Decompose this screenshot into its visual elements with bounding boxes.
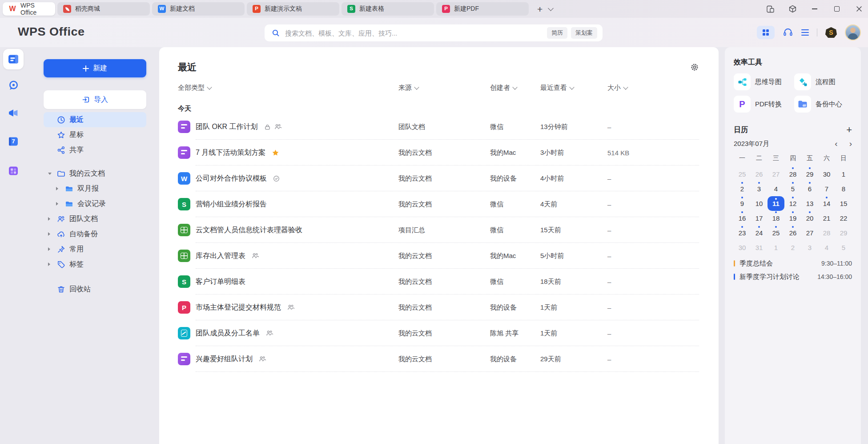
caret-right-icon[interactable] (48, 232, 50, 236)
calendar-day-cell[interactable]: 7 (818, 182, 835, 196)
calendar-day-cell[interactable]: 31 (751, 240, 768, 255)
rail-meeting-button[interactable] (3, 103, 24, 123)
svip-badge[interactable]: S (825, 27, 837, 38)
calendar-day-cell[interactable]: 26 (751, 167, 768, 182)
calendar-day-cell[interactable]: 30 (734, 240, 751, 255)
caret-down-icon[interactable] (48, 173, 52, 175)
caret-right-icon[interactable] (56, 187, 58, 190)
file-row[interactable]: W 公司对外合作协议模板 我的云文档 我的设备 4小时前 – (178, 165, 699, 191)
calendar-day-cell[interactable]: 18 (768, 211, 784, 226)
calendar-day-cell[interactable]: 12 (784, 196, 801, 211)
tool-mindmap[interactable]: 思维导图 (734, 73, 792, 90)
rail-documents-button[interactable] (3, 49, 24, 69)
calendar-prev-button[interactable]: ‹ (835, 139, 837, 149)
calendar-day-cell[interactable]: 21 (818, 211, 835, 226)
sidebar-item-team-docs[interactable]: 团队文档 (44, 211, 146, 226)
calendar-day-cell[interactable]: 23 (734, 226, 751, 240)
rail-chat-button[interactable] (3, 75, 24, 96)
sidebar-item-recent[interactable]: 最近 (44, 112, 146, 127)
caret-right-icon[interactable] (48, 247, 50, 251)
close-button[interactable] (855, 4, 864, 13)
file-row[interactable]: P 市场主体登记提交材料规范 我的云文档 我的设备 1天前 – (178, 295, 699, 320)
rail-calendar-button[interactable]: 7 (3, 131, 24, 152)
workspace-switch-button[interactable] (788, 4, 797, 13)
filter-last-viewed[interactable]: 最近查看 (540, 84, 607, 92)
filter-creator[interactable]: 创建者 (490, 84, 540, 92)
maximize-button[interactable] (832, 4, 841, 13)
tool-pdf-convert[interactable]: P PDF转换 (734, 96, 792, 113)
calendar-day-cell[interactable]: 4 (818, 240, 835, 255)
calendar-day-cell[interactable]: 6 (801, 182, 818, 196)
file-row[interactable]: 库存出入管理表 我的云文档 我的Mac 5小时前 – (178, 243, 699, 269)
calendar-day-cell[interactable]: 10 (751, 196, 768, 211)
app-tab[interactable]: 稻壳商城 (57, 2, 150, 16)
sidebar-item-auto-backup[interactable]: 自动备份 (44, 226, 146, 242)
search-input[interactable] (284, 29, 543, 37)
tool-flowchart[interactable]: 流程图 (794, 73, 852, 90)
calendar-event[interactable]: 季度总结会 9:30–11:00 (734, 257, 852, 270)
calendar-day-cell[interactable]: 1 (835, 167, 852, 182)
sidebar-item-shared[interactable]: 共享 (44, 142, 146, 157)
calendar-next-button[interactable]: › (849, 139, 852, 149)
app-tab[interactable]: W WPS Office (3, 2, 55, 16)
search-tag-resume[interactable]: 简历 (547, 27, 567, 39)
calendar-day-cell[interactable]: 1 (768, 240, 784, 255)
app-tab[interactable]: P 新建PDF (436, 2, 529, 16)
file-row[interactable]: 云文档管人员信息统计表理器验收 项目汇总 微信 15天前 – (178, 217, 699, 243)
calendar-day-cell[interactable]: 27 (801, 226, 818, 240)
sidebar-item-starred[interactable]: 星标 (44, 127, 146, 142)
calendar-day-cell[interactable]: 28 (784, 167, 801, 182)
main-menu-icon[interactable] (801, 29, 809, 36)
calendar-day-cell[interactable]: 14 (818, 196, 835, 211)
list-settings-gear-icon[interactable] (690, 63, 699, 72)
caret-right-icon[interactable] (48, 262, 50, 266)
import-button[interactable]: 导入 (44, 90, 146, 109)
calendar-day-cell[interactable]: 3 (751, 182, 768, 196)
tool-backup-center[interactable]: 备份中心 (794, 96, 852, 113)
sidebar-item-my-cloud-docs[interactable]: 我的云文档 (44, 166, 146, 181)
calendar-day-cell[interactable]: 25 (768, 226, 784, 240)
new-tab-button[interactable]: + (537, 4, 542, 14)
tab-list-dropdown-icon[interactable] (548, 5, 554, 11)
calendar-day-cell[interactable]: 2 (734, 182, 751, 196)
calendar-day-cell[interactable]: 16 (734, 211, 751, 226)
file-row[interactable]: 7 月线下活动策划方案 我的云文档 我的Mac 3小时前 514 KB (178, 140, 699, 165)
support-headset-icon[interactable] (783, 27, 793, 38)
calendar-day-cell[interactable]: 13 (801, 196, 818, 211)
apps-grid-button[interactable] (757, 26, 775, 39)
search-tag-plan[interactable]: 策划案 (571, 27, 597, 39)
calendar-day-cell[interactable]: 19 (784, 211, 801, 226)
calendar-day-cell[interactable]: 20 (801, 211, 818, 226)
caret-right-icon[interactable] (56, 202, 58, 206)
calendar-day-cell[interactable]: 15 (835, 196, 852, 211)
sidebar-item-frequent[interactable]: 常用 (44, 242, 146, 257)
calendar-day-cell[interactable]: 30 (818, 167, 835, 182)
calendar-day-cell[interactable]: 29 (801, 167, 818, 182)
filter-all-types[interactable]: 全部类型 (178, 84, 398, 92)
calendar-day-cell[interactable]: 28 (818, 226, 835, 240)
app-tab[interactable]: W 新建文档 (152, 2, 245, 16)
minimize-button[interactable] (810, 4, 819, 13)
calendar-day-cell[interactable]: 29 (835, 226, 852, 240)
app-tab[interactable]: S 新建表格 (342, 2, 434, 16)
user-avatar[interactable] (845, 24, 861, 40)
calendar-day-cell[interactable]: 27 (768, 167, 784, 182)
sidebar-item-trash[interactable]: 回收站 (44, 282, 146, 297)
file-row[interactable]: S 客户订单明细表 我的云文档 微信 18天前 – (178, 269, 699, 295)
mobile-connect-button[interactable] (766, 4, 775, 13)
rail-apps-button[interactable] (3, 161, 24, 181)
calendar-event[interactable]: 新季度学习计划讨论 14:30–16:00 (734, 270, 852, 283)
file-row[interactable]: 团队 OKR 工作计划 团队文档 微信 13分钟前 – (178, 114, 699, 140)
file-row[interactable]: 兴趣爱好组队计划 我的云文档 我的设备 29天前 – (178, 346, 699, 372)
calendar-day-cell[interactable]: 5 (835, 240, 852, 255)
file-row[interactable]: S 营销小组业绩分析报告 我的云文档 微信 4天前 – (178, 191, 699, 217)
new-document-button[interactable]: 新建 (44, 59, 146, 77)
calendar-day-cell[interactable]: 2 (784, 240, 801, 255)
calendar-day-cell[interactable]: 11 (768, 196, 784, 211)
caret-right-icon[interactable] (48, 217, 50, 221)
sidebar-item-meeting-notes[interactable]: 会议记录 (52, 196, 146, 211)
filter-size[interactable]: 大小 (607, 84, 699, 92)
filter-source[interactable]: 来源 (398, 84, 490, 92)
app-tab[interactable]: P 新建演示文稿 (247, 2, 339, 16)
calendar-day-cell[interactable]: 26 (784, 226, 801, 240)
